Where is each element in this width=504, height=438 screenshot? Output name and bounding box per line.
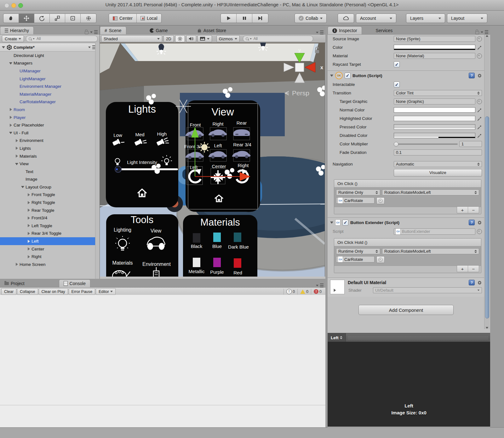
console-log-area[interactable] xyxy=(0,295,325,427)
lights-high-button[interactable]: High xyxy=(157,131,167,137)
hierarchy-item-ui-full[interactable]: UI - Full xyxy=(0,129,100,137)
scroll-up-icon[interactable] xyxy=(486,35,488,37)
panel-menu-icon[interactable] xyxy=(320,31,324,34)
foldout-arrow-icon[interactable] xyxy=(27,247,30,250)
foldout-arrow-icon[interactable] xyxy=(27,224,30,227)
lights-med-button[interactable]: Med xyxy=(135,132,144,137)
ui-panel-view[interactable]: View Front Right Rear Front 3/4 Left Rea… xyxy=(184,100,260,212)
on-click-mode-dropdown[interactable]: Runtime Only xyxy=(336,189,380,195)
scene-menu-caret-icon[interactable] xyxy=(88,47,91,48)
highlighted-color-swatch[interactable] xyxy=(394,116,475,121)
view-rear34-button[interactable]: Rear 3/4 xyxy=(233,142,251,147)
scene-search[interactable] xyxy=(243,36,313,42)
ui-panel-materials[interactable]: Materials Black Blue Dark Blue Metallic … xyxy=(183,215,257,277)
editor-dropdown[interactable]: Editor xyxy=(96,288,116,295)
view-left-button[interactable]: Left xyxy=(214,143,222,148)
foldout-arrow-icon[interactable] xyxy=(27,240,30,243)
color-multiplier-slider[interactable] xyxy=(394,143,458,145)
foldout-arrow-icon[interactable] xyxy=(15,162,18,166)
preview-header[interactable]: Left xyxy=(328,333,490,342)
hierarchy-item-rear-3-4-toggle[interactable]: Rear 3/4 Toggle xyxy=(0,230,100,238)
play-button[interactable] xyxy=(221,14,237,23)
hierarchy-item-home-screen[interactable]: Home Screen xyxy=(0,261,100,268)
space-toggle-button[interactable]: Local xyxy=(137,14,161,23)
view-front34-button[interactable]: Front 3/4 xyxy=(184,144,203,149)
error-pause-button[interactable]: Error Pause xyxy=(69,288,95,295)
swatch-dark-blue[interactable] xyxy=(234,233,241,242)
material-thumbnail[interactable] xyxy=(330,280,345,294)
panel-menu-caret-icon[interactable] xyxy=(316,32,318,33)
view-rear-button[interactable]: Rear xyxy=(237,120,247,126)
hand-tool-button[interactable] xyxy=(3,14,19,23)
swatch-purple[interactable] xyxy=(213,258,221,267)
swatch-black[interactable] xyxy=(193,233,200,243)
preview-drag-handle[interactable] xyxy=(348,336,488,339)
button-extender-header[interactable]: C# ✓ Button Extender (Script) ? xyxy=(328,217,484,227)
hierarchy-item-environment[interactable]: Environment xyxy=(0,137,100,145)
hierarchy-item-managers[interactable]: Managers xyxy=(0,59,100,67)
foldout-arrow-icon[interactable] xyxy=(27,216,30,220)
foldout-arrow-icon[interactable] xyxy=(330,75,333,77)
2d-toggle-button[interactable]: 2D xyxy=(163,35,174,42)
swatch-blue[interactable] xyxy=(213,233,221,242)
object-picker-button[interactable] xyxy=(376,256,385,263)
object-picker-icon[interactable] xyxy=(477,53,482,59)
inspector-scrollbar[interactable] xyxy=(484,35,490,329)
create-button[interactable]: Create xyxy=(2,35,24,42)
lock-icon[interactable] xyxy=(85,31,89,34)
pressed-color-swatch[interactable] xyxy=(394,124,475,130)
foldout-arrow-icon[interactable] xyxy=(9,131,12,134)
swatch-red[interactable] xyxy=(234,258,241,268)
foldout-arrow-icon[interactable] xyxy=(9,62,12,65)
foldout-arrow-icon[interactable] xyxy=(27,232,30,235)
eyedropper-icon[interactable] xyxy=(477,45,482,50)
foldout-arrow-icon[interactable] xyxy=(9,116,12,119)
swatch-metallic[interactable] xyxy=(193,258,200,267)
collapse-button[interactable]: Collapse xyxy=(17,288,38,295)
hierarchy-item-right[interactable]: Right xyxy=(0,253,100,261)
scroll-down-icon[interactable] xyxy=(486,327,488,329)
hierarchy-item-materials[interactable]: Materials xyxy=(0,152,100,160)
rect-tool-button[interactable] xyxy=(65,14,81,23)
pause-button[interactable] xyxy=(237,14,252,23)
help-icon[interactable]: ? xyxy=(469,280,475,285)
panel-menu-caret-icon[interactable] xyxy=(481,31,483,33)
add-event-button[interactable]: + xyxy=(457,207,468,213)
hierarchy-item-front-toggle[interactable]: Front Toggle xyxy=(0,191,100,199)
move-tool-button[interactable] xyxy=(19,14,34,23)
layout-button[interactable]: Layout xyxy=(447,14,487,23)
hierarchy-item-room[interactable]: Room xyxy=(0,106,100,114)
navigation-dropdown[interactable]: Automatic xyxy=(394,161,482,167)
tools-view-button[interactable]: View xyxy=(151,228,162,233)
on-click-hold-mode-dropdown[interactable]: Runtime Only xyxy=(336,248,380,254)
scrollbar-thumb[interactable] xyxy=(485,116,489,318)
button-component-header[interactable]: OK ✓ Button (Script) ? xyxy=(328,70,484,80)
foldout-arrow-icon[interactable] xyxy=(2,46,5,48)
hierarchy-scrollbar[interactable] xyxy=(95,42,100,279)
gear-icon[interactable] xyxy=(477,280,482,285)
object-picker-icon[interactable] xyxy=(477,229,482,234)
tab-asset-store[interactable]: Asset Store xyxy=(193,27,231,34)
eyedropper-icon[interactable] xyxy=(477,133,482,138)
scene-effects-dropdown[interactable] xyxy=(198,35,212,42)
cloud-button[interactable] xyxy=(338,14,354,23)
tab-console[interactable]: Console xyxy=(59,279,90,287)
on-click-function-dropdown[interactable]: Rotation.RotateModelLeft xyxy=(382,189,479,195)
lock-icon[interactable] xyxy=(475,31,479,34)
error-count-toggle[interactable]: ! 0 xyxy=(311,289,324,295)
hierarchy-item-uimanager[interactable]: UIManager xyxy=(0,67,100,75)
tab-services[interactable]: Services xyxy=(371,27,397,34)
foldout-arrow-icon[interactable] xyxy=(330,222,333,224)
hierarchy-item-environment-manager[interactable]: Environment Manager xyxy=(0,82,100,90)
eyedropper-icon[interactable] xyxy=(477,116,482,121)
scene-search-input[interactable] xyxy=(253,36,310,41)
color-swatch[interactable] xyxy=(394,45,475,50)
scene-header-row[interactable]: Complete* xyxy=(0,43,100,52)
rotate-tool-button[interactable] xyxy=(34,14,50,23)
hierarchy-item-lightmanager[interactable]: LightManager xyxy=(0,75,100,83)
preview-tab[interactable]: Left xyxy=(328,333,346,342)
foldout-arrow-icon[interactable] xyxy=(15,154,18,158)
transform-tool-button[interactable] xyxy=(81,14,96,23)
scene-audio-toggle[interactable] xyxy=(186,35,196,42)
tools-materials-button[interactable]: Materials xyxy=(112,260,133,266)
